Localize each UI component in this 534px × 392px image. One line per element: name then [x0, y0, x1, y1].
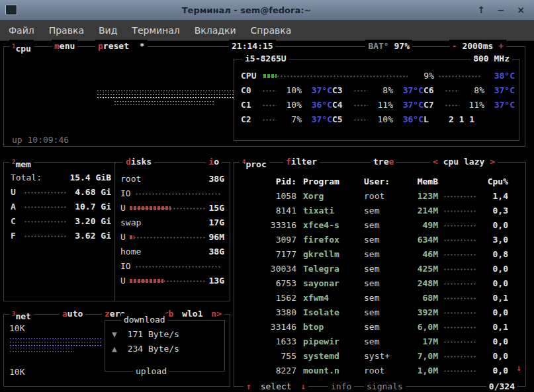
core-percent: 8% — [462, 83, 484, 98]
cpu-total-meter — [263, 69, 408, 83]
header-cpu[interactable]: Cpu% — [482, 175, 508, 189]
core-meter — [353, 112, 368, 127]
process-row[interactable]: 6753sayonarsem248M0,0 — [234, 276, 525, 291]
process-row[interactable]: 30034Telegrasem425M0,0 — [234, 262, 525, 276]
shade-window-icon[interactable]: ↑ — [476, 5, 486, 15]
core-percent: 7% — [279, 112, 302, 127]
disk-used-meter-fill — [130, 279, 163, 283]
process-row[interactable]: 1058Xorgroot123M1,4 — [234, 189, 525, 204]
process-mem: 123M — [402, 189, 438, 204]
sort-left-arrow[interactable]: < — [433, 157, 438, 167]
core-temp: 37°C — [393, 83, 423, 98]
download-rate: 171 Byte/s — [128, 329, 179, 339]
sort-right-arrow[interactable]: > — [490, 157, 495, 167]
process-row[interactable]: 33146btopsem6,0M0,1 — [234, 320, 525, 334]
process-program: mount.n — [303, 364, 364, 378]
net-auto-button[interactable]: auto — [60, 307, 85, 321]
proc-filter-button[interactable]: filter — [283, 155, 320, 169]
process-program: btop — [303, 320, 364, 334]
process-cpu: 0,0 — [482, 364, 508, 378]
process-pid: 1633 — [242, 334, 296, 349]
process-mem: 1,0M — [402, 364, 438, 378]
menu-view[interactable]: Вид — [93, 22, 123, 38]
proc-sort-selector: < cpu lazy > — [430, 155, 498, 169]
mem-value: 10.7 Gi — [69, 200, 111, 214]
net-box: 3net auto zero <b wlo1 n> 10K 10K downlo… — [3, 314, 230, 387]
select-down-icon[interactable]: ↓ — [300, 381, 306, 391]
process-row[interactable]: 33316xfce4-ssem49M0,0 — [234, 218, 525, 233]
menu-terminal[interactable]: Терминал — [126, 22, 185, 38]
process-cpu-meter — [443, 218, 476, 233]
net-upload-graph — [9, 346, 74, 352]
core-name: C7 — [423, 98, 442, 112]
cpu-core-cell: C510%36°C — [332, 112, 423, 127]
proc-box-title: 4proc — [240, 155, 269, 169]
proc-signals-button[interactable]: signals — [364, 380, 406, 392]
process-cpu: 0,0 — [482, 218, 508, 233]
process-cpu: 0,0 — [482, 276, 508, 291]
core-percent: 10% — [371, 112, 393, 127]
process-row[interactable]: 1633pipewirsem17M0,0 — [234, 334, 525, 349]
close-window-icon[interactable]: × — [515, 5, 526, 15]
minimize-window-icon[interactable]: − — [496, 5, 506, 15]
disk-io-meter — [135, 186, 220, 201]
process-cpu: 0,1 — [482, 291, 508, 305]
disk-used-label: U — [120, 274, 126, 288]
interval-increase-button[interactable]: + — [498, 41, 504, 51]
select-up-icon[interactable]: ↑ — [246, 381, 251, 391]
mem-row: U4.68 Gi — [11, 185, 111, 200]
proc-scroll-down-icon[interactable]: ↓ — [516, 361, 521, 375]
upload-rate: 234 Byte/s — [128, 344, 179, 354]
process-user: root — [364, 364, 402, 378]
disk-used-meter — [130, 201, 205, 216]
cpu-usage-graph — [97, 89, 234, 100]
process-row[interactable]: 8227mount.nroot1,0M0,0 — [234, 364, 525, 378]
clock: 21:14:15 — [229, 40, 276, 53]
core-percent: 10% — [279, 83, 302, 98]
mem-key: U — [11, 185, 21, 200]
cpu-model: i5-8265U — [242, 52, 289, 65]
mem-total-row: Total: 15.4 GiB — [11, 171, 111, 185]
core-meter — [262, 112, 277, 127]
process-row[interactable]: 3097firefoxsem634M3,0 — [234, 233, 525, 247]
process-row[interactable]: 7177gkrellmsem46M0,8 — [234, 247, 525, 262]
disk-used-value: 96M — [209, 230, 224, 245]
core-percent: 11% — [371, 98, 393, 112]
header-mem[interactable]: MemB — [402, 175, 438, 189]
net-rates-box: download ▼ 171 Byte/s ▲ 234 Byte/s uploa… — [105, 320, 225, 372]
process-row[interactable]: 755systemdsyst+7,0M0,0 — [234, 349, 525, 364]
menu-tabs[interactable]: Вкладки — [189, 22, 242, 38]
header-user[interactable]: User: — [364, 175, 402, 189]
terminal-window: Терминал - sem@fedora:~ ↑ − × Файл Правк… — [0, 0, 534, 392]
preset-button[interactable]: preset * — [95, 40, 148, 53]
menu-button[interactable]: menu — [52, 40, 77, 53]
process-pid: 30034 — [242, 262, 296, 276]
process-row[interactable]: 3380Isolatesem392M0,0 — [234, 305, 525, 320]
cpu-core-cell: C010%37°C — [241, 83, 332, 98]
terminal-app-icon — [5, 5, 17, 15]
process-cpu: 0,8 — [482, 247, 508, 262]
menu-edit[interactable]: Правка — [43, 22, 90, 38]
process-program: Xorg — [303, 189, 364, 204]
menu-help[interactable]: Справка — [245, 22, 298, 38]
cpu-frequency: 800 MHz — [470, 52, 512, 65]
process-pid: 8227 — [242, 364, 296, 378]
interval-decrease-button[interactable]: - — [452, 41, 457, 51]
titlebar: Терминал - sem@fedora:~ ↑ − × — [0, 0, 534, 20]
menu-file[interactable]: Файл — [3, 22, 40, 38]
process-row[interactable]: 1562xfwm4sem68M0,1 — [234, 291, 525, 305]
disks-io-toggle[interactable]: io — [206, 155, 222, 169]
net-interface-switcher[interactable]: <b wlo1 n> — [161, 307, 224, 321]
proc-select-control[interactable]: ↑ select ↓ — [244, 380, 308, 392]
upload-label: upload — [133, 365, 169, 378]
header-pid[interactable]: Pid: — [242, 175, 296, 189]
proc-tree-button[interactable]: tree — [371, 155, 396, 169]
process-row[interactable]: 8141tixatisem214M0,3 — [234, 204, 525, 218]
disks-box-title[interactable]: disks — [123, 155, 154, 169]
process-program: sayonar — [303, 276, 364, 291]
header-program[interactable]: Program — [303, 175, 364, 189]
process-mem: 634M — [402, 233, 438, 247]
process-cpu: 3,0 — [482, 233, 508, 247]
core-temp: 36°C — [302, 98, 332, 112]
proc-info-button[interactable]: info — [328, 380, 354, 392]
